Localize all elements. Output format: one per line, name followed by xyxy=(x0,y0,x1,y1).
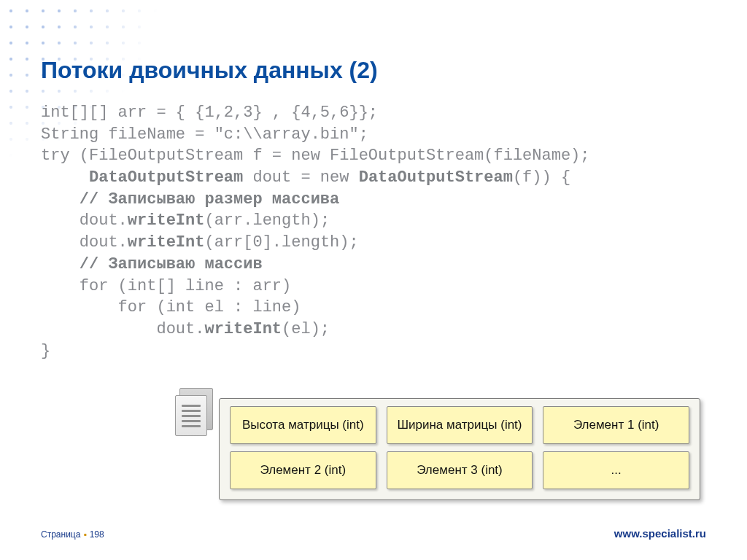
code-block: int[][] arr = { {1,2,3} , {4,5,6}}; Stri… xyxy=(41,102,590,362)
code-line: String fileName = "c:\\array.bin"; xyxy=(41,125,368,144)
file-icon xyxy=(175,388,216,439)
code-line: for (int[] line : arr) xyxy=(41,277,291,295)
slide-title: Потоки двоичных данных (2) xyxy=(41,57,378,84)
code-line: int[][] arr = { {1,2,3} , {4,5,6}}; xyxy=(41,104,378,122)
layout-cell: Элемент 3 (int) xyxy=(387,451,533,489)
code-line: dout.writeInt(arr[0].length); xyxy=(41,233,359,252)
code-line: // Записываю размер массива xyxy=(41,190,339,209)
code-line: DataOutputStream dout = new DataOutputSt… xyxy=(41,168,570,187)
layout-cell: Ширина матрицы (int) xyxy=(387,406,533,444)
slide: Потоки двоичных данных (2) int[][] arr =… xyxy=(0,0,747,560)
layout-cell: ... xyxy=(543,451,689,489)
footer-url: www.specialist.ru xyxy=(614,527,706,540)
layout-cell: Элемент 1 (int) xyxy=(543,406,689,444)
footer-page: Страница▪198 xyxy=(41,529,104,540)
code-line: } xyxy=(41,342,50,360)
page-number: 198 xyxy=(90,529,104,540)
code-line: // Записываю массив xyxy=(41,255,263,273)
bullet-icon: ▪ xyxy=(83,529,86,540)
code-line: try (FileOutputStream f = new FileOutput… xyxy=(41,147,590,165)
layout-cell: Элемент 2 (int) xyxy=(230,451,376,489)
code-line: dout.writeInt(el); xyxy=(41,320,330,338)
file-layout-diagram: Высота матрицы (int) Ширина матрицы (int… xyxy=(219,398,700,500)
layout-cell: Высота матрицы (int) xyxy=(230,406,376,444)
code-line: for (int el : line) xyxy=(41,298,301,316)
page-label: Страница xyxy=(41,529,80,540)
byte-layout-container: Высота матрицы (int) Ширина матрицы (int… xyxy=(219,398,700,500)
code-line: dout.writeInt(arr.length); xyxy=(41,211,330,230)
